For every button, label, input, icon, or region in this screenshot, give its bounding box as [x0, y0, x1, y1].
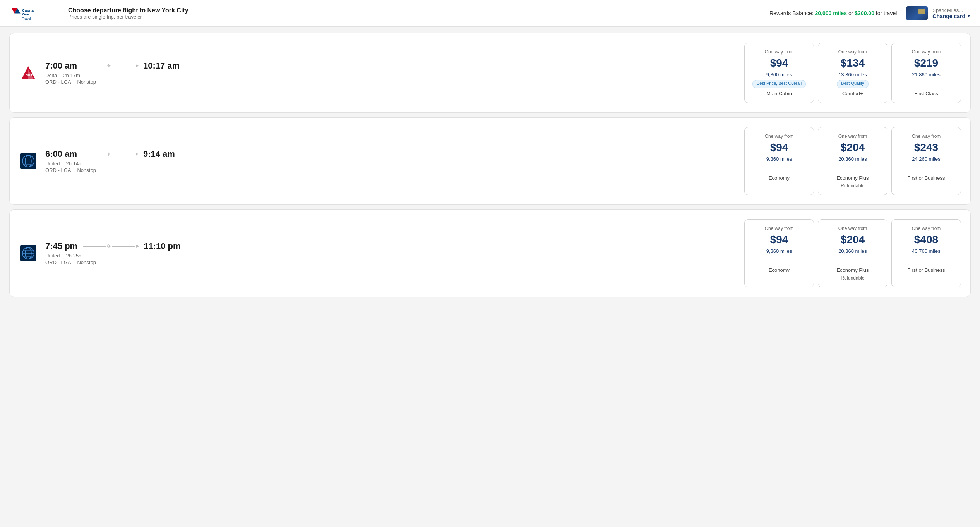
times-row: 7:45 pm ✈ 11:10 pm: [45, 241, 181, 251]
one-way-from-label: One way from: [912, 134, 941, 139]
header: Capital One Travel Choose departure flig…: [0, 0, 980, 27]
rewards-area: Rewards Balance: 20,000 miles or $200.00…: [769, 10, 897, 16]
price-amount: $134: [841, 57, 865, 69]
price-miles: 9,360 miles: [766, 156, 792, 162]
flight-detail-row: Delta 2h 17m: [45, 72, 180, 78]
price-amount: $204: [841, 141, 865, 154]
one-way-from-label: One way from: [765, 134, 794, 139]
times-row: 7:00 am ✈ 10:17 am: [45, 61, 180, 71]
one-way-from-label: One way from: [912, 226, 941, 231]
card-area: Spark Miles... Change card ▼: [906, 6, 971, 20]
cabin-class: Main Cabin: [766, 91, 792, 96]
price-miles: 20,360 miles: [838, 156, 867, 162]
price-option-1[interactable]: One way from $94 9,360 miles Best Price,…: [744, 43, 814, 103]
flight-times: 6:00 am ✈ 9:14 am United 2h 14m: [45, 149, 175, 173]
plane-icon: ✈: [106, 151, 111, 157]
price-amount: $94: [770, 233, 788, 246]
badge: Best Quality: [837, 80, 868, 88]
airline-name: Delta: [45, 72, 57, 78]
price-option-3[interactable]: One way from $408 40,760 miles First or …: [891, 219, 961, 287]
flight-times: 7:45 pm ✈ 11:10 pm United 2h 25m: [45, 241, 181, 265]
airline-name: United: [45, 161, 60, 167]
flight-stops: Nonstop: [77, 167, 96, 173]
united-icon: [20, 153, 36, 169]
flight-card-2: 6:00 am ✈ 9:14 am United 2h 14m: [9, 117, 971, 205]
price-option-2[interactable]: One way from $204 20,360 miles Economy P…: [818, 127, 887, 195]
flight-times: 7:00 am ✈ 10:17 am Delta 2h 17m: [45, 61, 180, 85]
cabin-class: First or Business: [908, 267, 945, 273]
cabin-class: Economy Plus: [836, 267, 869, 273]
price-miles: 9,360 miles: [766, 248, 792, 254]
flight-stops: Nonstop: [77, 259, 96, 265]
plane-icon: ✈: [107, 243, 111, 249]
page-subtitle: Prices are single trip, per traveler: [68, 14, 188, 20]
price-options: One way from $94 9,360 miles Best Price,…: [744, 43, 961, 103]
flight-route-row: ORD - LGA Nonstop: [45, 79, 180, 85]
flight-details: Delta 2h 17m ORD - LGA Nonstop: [45, 72, 180, 85]
flight-route-row: ORD - LGA Nonstop: [45, 259, 181, 265]
cabin-class: Economy Plus: [836, 175, 869, 181]
flight-card-1: DELTA 7:00 am ✈ 10:17 am Delta: [9, 33, 971, 113]
flight-card-3: 7:45 pm ✈ 11:10 pm United 2h 25m: [9, 209, 971, 297]
svg-text:Travel: Travel: [22, 17, 31, 21]
price-amount: $94: [770, 57, 788, 69]
card-name: Spark Miles...: [932, 7, 971, 13]
price-amount: $204: [841, 233, 865, 246]
change-card-button[interactable]: Change card ▼: [932, 13, 971, 19]
flight-duration: 2h 25m: [66, 253, 83, 259]
united-icon: [20, 245, 36, 261]
arrival-time: 9:14 am: [143, 149, 175, 159]
price-option-3[interactable]: One way from $219 21,860 miles First Cla…: [891, 43, 961, 103]
svg-text:Capital: Capital: [22, 8, 35, 12]
departure-time: 7:00 am: [45, 61, 77, 71]
one-way-from-label: One way from: [765, 49, 794, 55]
delta-logo: DELTA: [19, 64, 38, 82]
price-option-2[interactable]: One way from $134 13,360 miles Best Qual…: [818, 43, 887, 103]
price-amount: $408: [914, 233, 938, 246]
departure-time: 6:00 am: [45, 149, 77, 159]
one-way-from-label: One way from: [838, 134, 867, 139]
logo-area: Capital One Travel: [9, 5, 56, 22]
badge-row: Best Quality: [837, 80, 868, 88]
refundable-label: Refundable: [841, 183, 864, 189]
flight-details: United 2h 25m ORD - LGA Nonstop: [45, 253, 181, 265]
one-way-from-label: One way from: [838, 49, 867, 55]
cabin-class: Economy: [769, 267, 790, 273]
flight-route: ORD - LGA: [45, 79, 71, 85]
times-row: 6:00 am ✈ 9:14 am: [45, 149, 175, 159]
united-logo: [19, 244, 38, 263]
flight-info: DELTA 7:00 am ✈ 10:17 am Delta: [19, 61, 735, 85]
svg-text:DELTA: DELTA: [26, 74, 34, 77]
price-miles: 21,860 miles: [912, 72, 941, 77]
page-title: Choose departure flight to New York City: [68, 7, 188, 14]
flight-info: 6:00 am ✈ 9:14 am United 2h 14m: [19, 149, 735, 173]
price-amount: $94: [770, 141, 788, 154]
card-info: Spark Miles... Change card ▼: [932, 7, 971, 19]
header-title-area: Choose departure flight to New York City…: [68, 7, 188, 20]
price-option-1[interactable]: One way from $94 9,360 miles Economy: [744, 127, 814, 195]
svg-text:One: One: [22, 12, 30, 16]
cabin-class: Comfort+: [842, 91, 863, 96]
rewards-or: or: [848, 10, 853, 16]
plane-icon: ✈: [106, 63, 111, 69]
price-miles: 20,360 miles: [838, 248, 867, 254]
rewards-miles: 20,000 miles: [815, 10, 847, 16]
price-option-1[interactable]: One way from $94 9,360 miles Economy: [744, 219, 814, 287]
cabin-class: Economy: [769, 175, 790, 181]
arrival-time: 10:17 am: [143, 61, 180, 71]
main-content: DELTA 7:00 am ✈ 10:17 am Delta: [0, 27, 980, 303]
flight-details: United 2h 14m ORD - LGA Nonstop: [45, 161, 175, 173]
one-way-from-label: One way from: [838, 226, 867, 231]
cabin-class: First Class: [914, 91, 938, 96]
price-miles: 13,360 miles: [838, 72, 867, 77]
flight-arrow: ✈: [82, 243, 139, 249]
price-miles: 9,360 miles: [766, 72, 792, 77]
price-miles: 24,260 miles: [912, 156, 941, 162]
one-way-from-label: One way from: [765, 226, 794, 231]
airline-name: United: [45, 253, 60, 259]
price-amount: $243: [914, 141, 938, 154]
flight-stops: Nonstop: [77, 79, 96, 85]
price-option-3[interactable]: One way from $243 24,260 miles First or …: [891, 127, 961, 195]
price-option-2[interactable]: One way from $204 20,360 miles Economy P…: [818, 219, 887, 287]
capital-one-logo: Capital One Travel: [9, 5, 56, 22]
